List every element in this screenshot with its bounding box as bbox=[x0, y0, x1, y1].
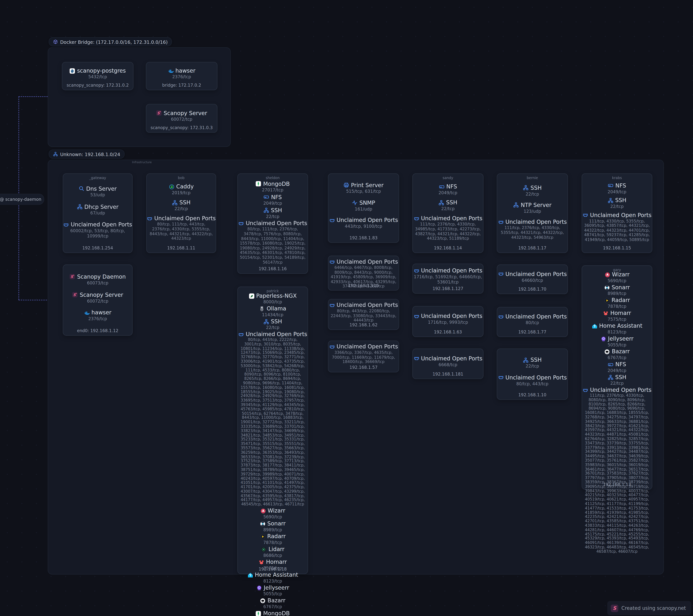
service-ports: 64660/tcp bbox=[522, 277, 543, 283]
service-ports: 60073/tcp bbox=[87, 280, 108, 286]
host-card-host-181[interactable]: Unclaimed Open Ports6668/tcp192.168.1.18… bbox=[412, 348, 483, 379]
service-entry: SSH22/tcp bbox=[608, 197, 626, 209]
sonarr-icon bbox=[604, 285, 610, 290]
service-name: SSH bbox=[446, 200, 457, 206]
service-entry: Wizarr5690/tcp bbox=[605, 271, 629, 284]
service-name: Unclaimed Open Ports bbox=[246, 220, 307, 227]
services-list: scanopy-postgres5432/tcp bbox=[64, 65, 131, 82]
service-ports: 22/tcp bbox=[526, 191, 539, 197]
service-name: scanopy-postgres bbox=[77, 68, 126, 74]
connector-line bbox=[19, 96, 48, 97]
service-name: Print Server bbox=[351, 182, 383, 188]
radarr-icon bbox=[604, 297, 610, 303]
service-ports: 80/tcp, 443/tcp bbox=[516, 381, 549, 386]
host-ip: 192.168.1.254 bbox=[63, 246, 132, 250]
service-name: SNMP bbox=[359, 200, 375, 206]
lidarr-icon bbox=[261, 546, 267, 552]
service-title: SSH bbox=[523, 357, 542, 363]
docker-icon bbox=[168, 68, 174, 74]
host-card-gary[interactable]: garyWizarr5690/tcpSonarr8989/tcpRadarr78… bbox=[581, 265, 652, 489]
bazarr-icon bbox=[604, 349, 610, 354]
service-name: Jellyseerr bbox=[608, 336, 633, 342]
service-name: Radarr bbox=[612, 297, 630, 303]
host-card-host-77[interactable]: Unclaimed Open Ports80/tcp192.168.1.77 bbox=[497, 307, 568, 337]
service-name: Unclaimed Open Ports bbox=[337, 217, 398, 224]
host-ip: bridge: 172.17.0.2 bbox=[146, 83, 217, 88]
ethernet-icon bbox=[413, 268, 419, 273]
host-card-scanopy-postgres[interactable]: scanopy-postgres5432/tcpscanopy_scanopy:… bbox=[62, 62, 134, 90]
service-name: Unclaimed Open Ports bbox=[506, 314, 567, 320]
service-title: Bazarr bbox=[604, 348, 630, 354]
service-title: scanopy-postgres bbox=[70, 68, 126, 74]
host-ip: 192.168.1.15 bbox=[582, 246, 652, 250]
service-name: hawser bbox=[175, 68, 195, 74]
host-card-krabs[interactable]: krabsNFS2049/tcpSSH22/tcpUnclaimed Open … bbox=[581, 173, 652, 253]
host-card-bernie[interactable]: bernieSSH22/tcpNTP Server123/udpUnclaime… bbox=[497, 173, 568, 253]
service-entry: NTP Server123/udp bbox=[513, 202, 551, 214]
services-list: Unclaimed Open Ports1716/tcp, 51692/tcp,… bbox=[415, 267, 481, 286]
host-card-host-127[interactable]: Unclaimed Open Ports1716/tcp, 51692/tcp,… bbox=[412, 264, 483, 294]
service-title: Sonarr bbox=[604, 284, 630, 291]
host-card-host-63[interactable]: Unclaimed Open Ports1716/tcp, 9993/tcp19… bbox=[412, 306, 483, 337]
service-title: Caddy bbox=[169, 184, 194, 190]
service-entry: Caddy2019/tcp bbox=[169, 184, 194, 195]
service-name: Dns Server bbox=[86, 186, 117, 192]
service-name: Jellyseerr bbox=[264, 585, 289, 591]
service-entry: Home Assistant8123/tcp bbox=[592, 323, 642, 335]
service-title: Lidarr bbox=[261, 546, 284, 552]
host-card-print-server[interactable]: Print Server515/tcp, 631/tcpSNMP161/udpU… bbox=[328, 173, 399, 243]
service-title: Unclaimed Open Ports bbox=[63, 222, 132, 228]
service-entry: Unclaimed Open Ports80/tcp, 443/tcp, 222… bbox=[238, 331, 307, 507]
host-card-sandy[interactable]: sandyNFS2049/tcpSSH22/tcpUnclaimed Open … bbox=[412, 173, 483, 253]
service-title: SScanopy Server bbox=[72, 292, 123, 298]
host-card-scanopy-daemon[interactable]: SScanopy Daemon60073/tcpSScanopy Server6… bbox=[63, 264, 133, 336]
service-ports: 111/tcp, 2376/tcp, 4330/tcp, 8080/tcp, 8… bbox=[584, 394, 650, 554]
host-card-gateway[interactable]: _gatewayDns Server53/udpDhcp Server67/ud… bbox=[63, 173, 133, 253]
service-ports: 111/tcp, 2376/tcp, 4330/tcp, 5355/tcp, 4… bbox=[499, 226, 566, 240]
service-title: Jellyseerr bbox=[600, 336, 634, 342]
service-name: SSH bbox=[271, 207, 282, 213]
service-name: Unclaimed Open Ports bbox=[337, 302, 398, 308]
host-card-bob[interactable]: bobCaddy2019/tcpSSH22/tcpUnclaimed Open … bbox=[146, 173, 216, 253]
service-name: Unclaimed Open Ports bbox=[71, 222, 132, 228]
host-card-host-10[interactable]: SSH22/tcpUnclaimed Open Ports80/tcp, 443… bbox=[497, 348, 568, 400]
services-list: MongoDB27017/tcpNFS2049/tcpSSH22/tcpUncl… bbox=[240, 180, 305, 266]
host-card-scanopy-server-bridge[interactable]: SScanopy Server60072/tcpscanopy_scanopy:… bbox=[146, 104, 217, 133]
service-title: Unclaimed Open Ports bbox=[329, 217, 398, 224]
service-name: SSH bbox=[615, 197, 627, 204]
service-entry: Unclaimed Open Ports1716/tcp, 9993/tcp bbox=[413, 313, 482, 325]
service-title: hawser bbox=[168, 68, 195, 74]
host-card-host-115[interactable]: Unclaimed Open Ports6466/tcp, 6467/tcp, … bbox=[328, 256, 399, 291]
service-entry: Unclaimed Open Ports3366/tcp, 3367/tcp, … bbox=[329, 344, 398, 365]
service-entry: SNMP161/udp bbox=[352, 200, 375, 212]
service-ports: 27017/tcp bbox=[262, 188, 283, 193]
connector-label-pill: docker @ scanopy-daemon bbox=[0, 194, 44, 205]
service-ports: 1716/tcp, 9993/tcp bbox=[428, 320, 468, 325]
scanopy-credit-badge[interactable]: S Created using scanopy.net bbox=[607, 601, 691, 615]
service-ports: 22/tcp bbox=[610, 381, 624, 386]
service-entry: Dhcp Server67/udp bbox=[77, 204, 119, 215]
service-title: SSH bbox=[263, 207, 282, 213]
services-list: Unclaimed Open Ports1716/tcp, 9993/tcp bbox=[415, 309, 481, 329]
mongodb-icon bbox=[256, 181, 261, 187]
service-entry: SSH22/tcp bbox=[263, 319, 282, 330]
host-card-host-62[interactable]: Unclaimed Open Ports80/tcp, 443/tcp, 220… bbox=[328, 299, 399, 330]
service-ports: 60072/tcp bbox=[171, 117, 192, 122]
host-card-sheldon[interactable]: sheldonMongoDB27017/tcpNFS2049/tcpSSH22/… bbox=[237, 173, 308, 274]
ethernet-icon bbox=[329, 259, 335, 265]
host-card-host-70[interactable]: Unclaimed Open Ports64660/tcp192.168.1.7… bbox=[497, 264, 568, 294]
service-name: Sonarr bbox=[612, 284, 630, 291]
service-title: Unclaimed Open Ports bbox=[582, 212, 652, 218]
service-name: Scanopy Server bbox=[164, 110, 207, 116]
ethernet-icon bbox=[63, 222, 69, 228]
host-card-hawser-bridge[interactable]: hawser2376/tcpbridge: 172.17.0.2 bbox=[146, 62, 217, 90]
service-ports: 515/tcp, 631/tcp bbox=[346, 189, 381, 194]
service-ports: 22/tcp bbox=[175, 206, 188, 211]
host-card-patrick[interactable]: patrickPaperless-NGX8000/tcpOllama11434/… bbox=[237, 287, 308, 574]
credit-text: Created using scanopy.net bbox=[621, 605, 686, 611]
mongodb-icon bbox=[256, 611, 261, 616]
service-entry: Homarr7575/tcp bbox=[603, 310, 631, 322]
service-ports: 2049/tcp bbox=[608, 368, 626, 373]
host-card-host-57[interactable]: Unclaimed Open Ports3366/tcp, 3367/tcp, … bbox=[328, 341, 399, 372]
topology-canvas[interactable]: docker @ scanopy-daemon Docker Bridge: (… bbox=[0, 0, 693, 616]
